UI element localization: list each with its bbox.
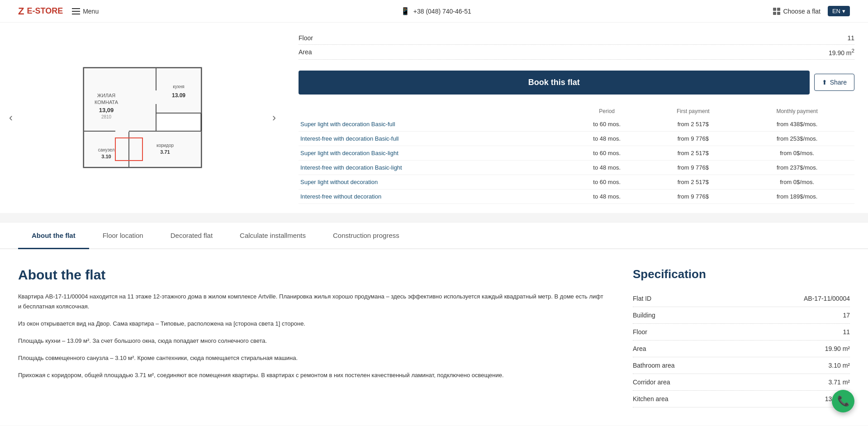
header-right: Choose a flat EN ▾ — [773, 6, 850, 16]
book-button-wrapper: Book this flat — [299, 64, 810, 101]
col-plan — [299, 105, 567, 117]
spec-title: Specification — [633, 267, 850, 281]
logo-z-letter: Z — [18, 5, 24, 17]
svg-text:ЖИЛАЯ: ЖИЛАЯ — [97, 93, 116, 98]
next-arrow-button[interactable]: › — [268, 107, 280, 128]
table-row: Super light without decoration to 60 mos… — [299, 175, 854, 189]
plan-monthly: from 253$/mos. — [740, 131, 854, 146]
spec-rows: Flat ID AB-17-11/00004 Building 17 Floor… — [633, 290, 850, 407]
header-left: Z E-STORE Menu — [18, 5, 99, 17]
section-divider-1 — [0, 213, 868, 218]
svg-text:13,09: 13,09 — [99, 107, 114, 114]
svg-rect-2 — [156, 68, 201, 113]
plan-period: to 60 mos. — [567, 175, 646, 189]
spec-label: Area — [633, 345, 646, 352]
spec-value: 3.10 m² — [829, 362, 850, 369]
tab-installments[interactable]: Calculate installments — [226, 222, 319, 248]
table-row: Interest-free with decoration Basic-ligh… — [299, 160, 854, 175]
header-center: 📱 +38 (048) 740-46-51 — [401, 7, 471, 15]
grid-icon — [773, 8, 780, 15]
phone-number[interactable]: +38 (048) 740-46-51 — [413, 8, 471, 15]
spec-row: Area 19.90 m² — [633, 341, 850, 357]
table-row: Super light with decoration Basic-full t… — [299, 117, 854, 132]
main-content: ‹ ЖИЛАЯ КОМНАТА 13,09 2810 кухня 13.09 — [0, 23, 868, 213]
plan-first: from 2 517$ — [646, 117, 740, 132]
menu-button[interactable]: Menu — [72, 8, 99, 15]
spec-value: 3.71 m² — [829, 379, 850, 386]
book-label: Book this flat — [528, 78, 580, 87]
plan-first: from 9 776$ — [646, 131, 740, 146]
logo-text: E-STORE — [27, 6, 63, 16]
spec-row: Building 17 — [633, 307, 850, 324]
svg-text:КОМНАТА: КОМНАТА — [95, 99, 119, 105]
spec-row: Bathroom area 3.10 m² — [633, 357, 850, 374]
hamburger-icon — [72, 8, 80, 14]
about-paragraph: Из окон открывается вид на Двор. Сама кв… — [18, 319, 606, 329]
spec-label: Floor — [633, 328, 647, 336]
about-left: About the flat Квартира АВ-17-11/00004 н… — [18, 267, 606, 407]
plan-name: Super light with decoration Basic-full — [299, 117, 567, 132]
floor-plan-svg: ЖИЛАЯ КОМНАТА 13,09 2810 кухня 13.09 сан… — [79, 63, 206, 172]
floor-info-row: Floor 11 — [299, 32, 854, 45]
spec-label: Bathroom area — [633, 362, 675, 369]
logo[interactable]: Z E-STORE — [18, 5, 63, 17]
about-title: About the flat — [18, 267, 606, 283]
spec-label: Corridor area — [633, 379, 670, 386]
about-paragraph: Квартира АВ-17-11/00004 находится на 11 … — [18, 292, 606, 312]
language-button[interactable]: EN ▾ — [828, 6, 850, 16]
share-icon: ⬆ — [822, 79, 827, 86]
tab-about[interactable]: About the flat — [18, 222, 89, 248]
spec-value: 19.90 m² — [825, 345, 850, 352]
prev-arrow-button[interactable]: ‹ — [5, 107, 17, 128]
table-row: Super light with decoration Basic-light … — [299, 146, 854, 160]
plan-name: Interest-free with decoration Basic-full — [299, 131, 567, 146]
tabs-nav: About the flatFloor locationDecorated fl… — [0, 222, 868, 249]
property-info: Floor 11 Area 19.90 m2 — [299, 32, 854, 60]
plan-period: to 48 mos. — [567, 131, 646, 146]
svg-text:3.71: 3.71 — [160, 149, 170, 155]
tabs-section: About the flatFloor locationDecorated fl… — [0, 222, 868, 249]
choose-flat-button[interactable]: Choose a flat — [773, 8, 821, 15]
svg-text:санузел: санузел — [98, 147, 115, 152]
svg-text:2810: 2810 — [101, 114, 112, 119]
about-paragraphs: Квартира АВ-17-11/00004 находится на 11 … — [18, 292, 606, 381]
spec-label: Kitchen area — [633, 395, 669, 402]
plan-first: from 9 776$ — [646, 160, 740, 175]
svg-text:13.09: 13.09 — [172, 92, 185, 99]
svg-text:кухня: кухня — [173, 84, 184, 89]
floor-value: 11 — [847, 34, 854, 42]
plan-name: Interest-free without decoration — [299, 189, 567, 204]
plan-monthly: from 0$/mos. — [740, 146, 854, 160]
spec-row: Floor 11 — [633, 324, 850, 341]
plan-monthly: from 0$/mos. — [740, 175, 854, 189]
plan-period: to 48 mos. — [567, 189, 646, 204]
lang-label: EN — [832, 8, 840, 14]
about-paragraph: Прихожая с коридором, общей площадью 3.7… — [18, 370, 606, 380]
about-section: About the flat Квартира АВ-17-11/00004 н… — [0, 249, 868, 426]
about-paragraph: Площадь кухни – 13.09 м². За счет большо… — [18, 336, 606, 346]
header: Z E-STORE Menu 📱 +38 (048) 740-46-51 Cho… — [0, 0, 868, 23]
svg-text:3.10: 3.10 — [101, 154, 111, 159]
table-row: Interest-free without decoration to 48 m… — [299, 189, 854, 204]
col-first: First payment — [646, 105, 740, 117]
spec-value: 17 — [843, 312, 850, 319]
plan-monthly: from 237$/mos. — [740, 160, 854, 175]
plan-monthly: from 438$/mos. — [740, 117, 854, 132]
floor-plan-image: ЖИЛАЯ КОМНАТА 13,09 2810 кухня 13.09 сан… — [79, 63, 206, 172]
specification-panel: Specification Flat ID AB-17-11/00004 Bui… — [633, 267, 850, 407]
tab-construction[interactable]: Construction progress — [319, 222, 413, 248]
about-paragraph: Площадь совмещенного санузла – 3.10 м². … — [18, 353, 606, 363]
tab-decorated[interactable]: Decorated flat — [157, 222, 226, 248]
table-row: Interest-free with decoration Basic-full… — [299, 131, 854, 146]
phone-fab-button[interactable]: 📞 — [832, 390, 854, 412]
plan-name: Interest-free with decoration Basic-ligh… — [299, 160, 567, 175]
floor-label: Floor — [299, 34, 313, 42]
chevron-down-icon: ▾ — [842, 8, 845, 14]
spec-value: 11 — [843, 328, 850, 336]
book-button[interactable]: Book this flat — [299, 71, 810, 95]
tab-floor[interactable]: Floor location — [89, 222, 157, 248]
book-share-row: Book this flat ⬆ Share — [299, 64, 854, 101]
share-button[interactable]: ⬆ Share — [814, 74, 854, 91]
plan-name: Super light with decoration Basic-light — [299, 146, 567, 160]
phone-fab-icon: 📞 — [837, 395, 849, 407]
